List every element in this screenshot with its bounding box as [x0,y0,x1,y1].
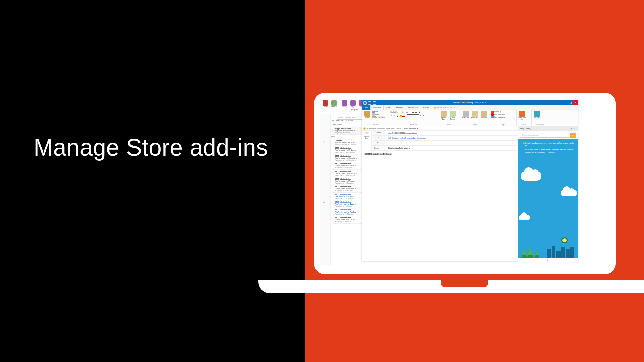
increase-indent-button[interactable]: ⇥ [422,114,425,117]
underline-button[interactable]: U [396,114,399,117]
filter-all[interactable]: All [332,120,334,122]
names-group-label: Names [440,124,459,126]
compose-window: Directions to offsite meeting – Message … [362,100,578,261]
bullets-button[interactable] [412,111,414,113]
bold-button[interactable]: B [390,114,393,117]
delete-button[interactable]: Delete [321,100,330,108]
font-color-button[interactable]: A [402,114,405,117]
group-addins: Office Add-ins Add-ins [517,110,532,126]
tell-me-search[interactable]: Tell me what you want to do [434,105,458,110]
envelope-icon [364,132,369,137]
warning-icon: ! [363,127,366,130]
filter-mentions[interactable]: Mentions [345,120,353,122]
increase-font-button[interactable]: A [406,111,408,113]
pane-search-input[interactable]: Restaurants/Hotels etc. [520,133,570,138]
group-tags: Follow Up High Importance Low Importance… [490,110,517,126]
reply-button[interactable]: Reply [340,100,349,108]
remove-recipient-button[interactable]: ✕ [417,127,419,129]
include-group-label: Include [462,124,488,126]
tab-review[interactable]: Review [421,105,432,110]
sun-illustration [561,237,568,243]
group-last-month[interactable]: Last Month [332,124,342,126]
copy-button[interactable]: Copy [372,113,385,116]
address-book-button[interactable]: Address Book [440,111,448,120]
ribbon-options-button[interactable]: ⌃ [559,100,564,105]
low-importance-icon [491,116,494,118]
decrease-font-button[interactable]: A [409,111,411,113]
save-icon[interactable] [363,101,367,105]
tab-file[interactable]: File [362,105,370,110]
tab-options[interactable]: Options [394,105,406,110]
reply-all-button[interactable]: Reply All [348,100,357,108]
attach-item-label: Attach Item [471,117,479,118]
tab-format-text[interactable]: Format Text [406,105,421,110]
styles-button[interactable]: A̲ [418,111,420,113]
bing-icon [534,111,540,117]
pane-resize-handle[interactable]: ▸ [518,258,578,262]
window-controls: ⌃ – ▢ ✕ [559,100,578,105]
group-names: Address Book Check Names Names [438,110,460,126]
from-button[interactable]: From ▾ [373,131,385,135]
highlight-button[interactable]: ab [399,114,402,117]
archive-button[interactable]: Archive [330,100,338,108]
city-illustration [547,245,574,258]
low-importance-button[interactable]: Low Importance [491,116,505,118]
ribbon-tabs: File Message Insert Options Format Text … [362,105,578,110]
signature-button[interactable]: Signature [480,111,488,119]
brush-icon [372,116,375,118]
italic-button[interactable]: I [393,114,396,117]
message-filters: All Unread Mentions [332,120,353,122]
pane-menu-button[interactable]: ▾ [571,126,572,131]
archive-icon [331,100,337,106]
selected-text[interactable]: 5000 NE. Main Street, Redmond [364,153,392,155]
attach-item-button[interactable]: Attach Item [471,111,479,119]
tab-message[interactable]: Message [370,105,384,110]
pane-instructions: Search for places such as restaurants, c… [518,139,578,258]
minimize-button[interactable]: – [564,100,568,105]
filter-unread[interactable]: Unread [336,120,343,122]
title-bar[interactable]: Directions to offsite meeting – Message … [362,100,578,105]
pane-title: Bing Nearby [520,126,531,131]
font-name-dropdown[interactable]: Calibri (Bo [390,111,399,113]
send-button[interactable]: Send [362,131,372,151]
cut-button[interactable]: Cut [372,111,385,113]
signature-label: Signature [480,117,487,118]
pane-title-bar[interactable]: Bing Nearby ▾ ✕ [518,126,578,131]
follow-up-button[interactable]: Follow Up [491,111,505,113]
cloud-illustration [519,215,530,220]
attach-file-button[interactable]: Attach File [462,111,470,119]
decrease-indent-button[interactable]: ⇤ [419,114,422,117]
to-button[interactable]: To... [373,136,385,140]
redo-icon[interactable] [373,101,376,105]
folder-rail[interactable]: 📧 JMS [320,114,331,265]
format-painter-label: Format Painter [375,116,385,118]
align-center-button[interactable] [410,114,413,117]
align-justify-button[interactable] [416,114,419,117]
reply-all-icon [350,100,356,106]
font-size-dropdown[interactable]: 11 [400,111,405,113]
high-importance-button[interactable]: High Importance [491,113,505,116]
flag-icon [491,111,494,113]
maximize-button[interactable]: ▢ [568,100,573,105]
pane-close-button[interactable]: ✕ [574,126,576,131]
info-bar-recipient: Molly Dempsey [404,128,416,129]
close-button[interactable]: ✕ [573,100,578,105]
check-names-button[interactable]: Check Names [449,111,457,120]
cc-button[interactable]: Cc... [373,141,385,145]
tab-insert[interactable]: Insert [384,105,394,110]
office-addins-button[interactable]: Office Add-ins [518,111,526,120]
reply-icon [342,100,347,106]
rail-mailbox-initials: JMS [323,201,326,203]
paste-button[interactable]: Paste [363,111,371,119]
subject-label: Subject [373,147,385,149]
numbering-button[interactable] [415,111,417,113]
align-left-button[interactable] [407,114,410,117]
add-place-button[interactable]: Add Place [533,111,541,119]
paste-label: Paste [365,117,369,118]
address-book-label: Address Book [441,117,447,120]
align-right-button[interactable] [413,114,416,117]
pane-search-button[interactable]: ⌕ [570,133,576,138]
undo-icon[interactable] [368,101,371,105]
scissors-icon [372,111,375,113]
format-painter-button[interactable]: Format Painter [372,116,385,118]
